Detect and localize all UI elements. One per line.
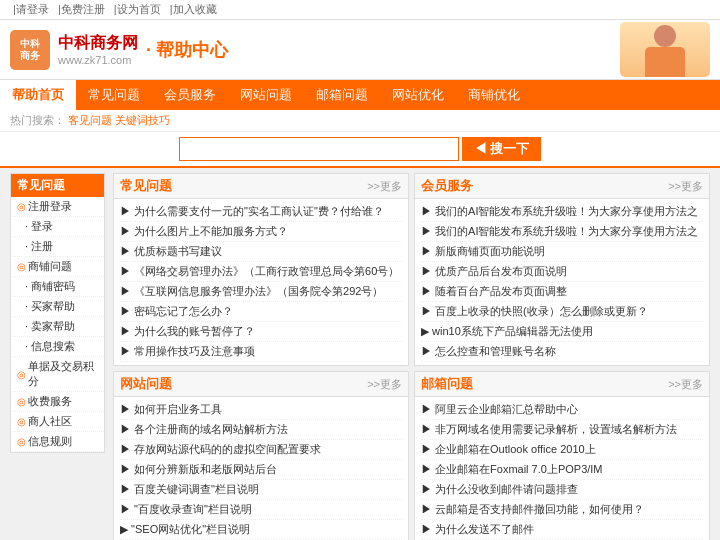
top-bar: |请登录 |免费注册 |设为首页 |加入收藏 [0, 0, 720, 20]
member-item-0: ▶ 我们的AI智能发布系统升级啦！为大家分享使用方法之 [421, 202, 703, 222]
website-item-0: ▶ 如何开启业务工具 [120, 400, 402, 420]
email-item-2: ▶ 企业邮箱在Outlook office 2010上 [421, 440, 703, 460]
faq-list: ▶ 为什么需要支付一元的"实名工商认证"费？付给谁？ ▶ 为什么图片上不能加服务… [114, 199, 408, 365]
website-item-1: ▶ 各个注册商的域名网站解析方法 [120, 420, 402, 440]
content-area: 常见问题 >>更多 ▶ 为什么需要支付一元的"实名工商认证"费？付给谁？ ▶ 为… [113, 173, 710, 540]
logo-dot-sub: · 帮助中心 [146, 38, 228, 62]
logo-area: 中科商务 中科商务网 www.zk71.com · 帮助中心 [10, 30, 228, 70]
logo-sub: 帮助中心 [156, 40, 228, 60]
sidebar-sub-buyer: · 买家帮助 [11, 297, 104, 317]
sidebar-sub-register: · 注册 [11, 237, 104, 257]
sidebar-item-shop: ◎ 商铺问题 [11, 257, 104, 277]
faq-item-1: ▶ 为什么图片上不能加服务方式？ [120, 222, 402, 242]
logo-dot: · [146, 40, 151, 60]
sidebar-item-community: ◎ 商人社区 [11, 412, 104, 432]
nav-item-email[interactable]: 邮箱问题 [304, 80, 380, 110]
sidebar-item-register: ◎ 注册登录 [11, 197, 104, 217]
email-header: 邮箱问题 >>更多 [415, 372, 709, 397]
faq-item-6: ▶ 为什么我的账号暂停了？ [120, 322, 402, 342]
top-row: 常见问题 >>更多 ▶ 为什么需要支付一元的"实名工商认证"费？付给谁？ ▶ 为… [113, 173, 710, 366]
breadcrumb-bar: 热门搜索： 客见问题 关键词技巧 [0, 110, 720, 132]
member-item-6: ▶ win10系统下产品编辑器无法使用 [421, 322, 703, 342]
search-hint-skill[interactable]: 关键词技巧 [115, 114, 170, 126]
sidebar-section-faq: 常见问题 ◎ 注册登录 · 登录 · 注册 ◎ 商铺问题 · 商铺密码 · 买家… [10, 173, 105, 453]
nav-item-help-home[interactable]: 帮助首页 [0, 80, 76, 110]
faq-title: 常见问题 [120, 177, 172, 195]
faq-item-0: ▶ 为什么需要支付一元的"实名工商认证"费？付给谁？ [120, 202, 402, 222]
website-item-6: ▶ "SEO网站优化"栏目说明 [120, 520, 402, 540]
website-block: 网站问题 >>更多 ▶ 如何开启业务工具 ▶ 各个注册商的域名网站解析方法 ▶ … [113, 371, 409, 540]
member-item-7: ▶ 怎么控查和管理账号名称 [421, 342, 703, 362]
website-more-link[interactable]: >>更多 [367, 377, 402, 392]
faq-more-link[interactable]: >>更多 [367, 179, 402, 194]
member-title: 会员服务 [421, 177, 473, 195]
faq-header: 常见问题 >>更多 [114, 174, 408, 199]
logo-icon: 中科商务 [10, 30, 50, 70]
faq-item-2: ▶ 优质标题书写建议 [120, 242, 402, 262]
website-list: ▶ 如何开启业务工具 ▶ 各个注册商的域名网站解析方法 ▶ 存放网站源代码的的虚… [114, 397, 408, 540]
email-item-3: ▶ 企业邮箱在Foxmail 7.0上POP3/IM [421, 460, 703, 480]
member-list: ▶ 我们的AI智能发布系统升级啦！为大家分享使用方法之 ▶ 我们的AI智能发布系… [415, 199, 709, 365]
faq-block: 常见问题 >>更多 ▶ 为什么需要支付一元的"实名工商认证"费？付给谁？ ▶ 为… [113, 173, 409, 366]
search-row: ◀ 搜一下 [0, 132, 720, 168]
topbar-register[interactable]: |免费注册 [58, 3, 105, 15]
main-content: 常见问题 ◎ 注册登录 · 登录 · 注册 ◎ 商铺问题 · 商铺密码 · 买家… [0, 168, 720, 540]
sidebar-item-rules: ◎ 信息规则 [11, 432, 104, 452]
sidebar-title: 常见问题 [11, 174, 104, 197]
faq-item-7: ▶ 常用操作技巧及注意事项 [120, 342, 402, 362]
email-list: ▶ 阿里云企业邮箱汇总帮助中心 ▶ 非万网域名使用需要记录解析，设置域名解析方法… [415, 397, 709, 540]
email-block: 邮箱问题 >>更多 ▶ 阿里云企业邮箱汇总帮助中心 ▶ 非万网域名使用需要记录解… [414, 371, 710, 540]
search-input[interactable] [179, 137, 459, 161]
member-item-2: ▶ 新版商铺页面功能说明 [421, 242, 703, 262]
header: 中科商务 中科商务网 www.zk71.com · 帮助中心 [0, 20, 720, 80]
faq-item-3: ▶ 《网络交易管理办法》（工商行政管理总局令第60号） [120, 262, 402, 282]
faq-item-4: ▶ 《互联网信息服务管理办法》（国务院令第292号） [120, 282, 402, 302]
website-item-2: ▶ 存放网站源代码的的虚拟空间配置要求 [120, 440, 402, 460]
mid-row: 网站问题 >>更多 ▶ 如何开启业务工具 ▶ 各个注册商的域名网站解析方法 ▶ … [113, 371, 710, 540]
logo-icon-text: 中科商务 [20, 38, 40, 62]
email-title: 邮箱问题 [421, 375, 473, 393]
member-item-1: ▶ 我们的AI智能发布系统升级啦！为大家分享使用方法之 [421, 222, 703, 242]
sidebar: 常见问题 ◎ 注册登录 · 登录 · 注册 ◎ 商铺问题 · 商铺密码 · 买家… [10, 173, 105, 540]
website-item-3: ▶ 如何分辨新版和老版网站后台 [120, 460, 402, 480]
member-item-3: ▶ 优质产品后台发布页面说明 [421, 262, 703, 282]
member-block: 会员服务 >>更多 ▶ 我们的AI智能发布系统升级啦！为大家分享使用方法之 ▶ … [414, 173, 710, 366]
breadcrumb-label: 热门搜索： [10, 114, 65, 126]
body [645, 47, 685, 77]
topbar-login[interactable]: |请登录 [13, 3, 49, 15]
member-item-5: ▶ 百度上收录的快照(收录）怎么删除或更新？ [421, 302, 703, 322]
website-title: 网站问题 [120, 375, 172, 393]
topbar-homepage[interactable]: |设为首页 [114, 3, 161, 15]
logo-url-text: www.zk71.com [58, 54, 138, 66]
website-item-5: ▶ "百度收录查询"栏目说明 [120, 500, 402, 520]
email-item-0: ▶ 阿里云企业邮箱汇总帮助中心 [421, 400, 703, 420]
nav-item-member[interactable]: 会员服务 [152, 80, 228, 110]
topbar-favorite[interactable]: |加入收藏 [170, 3, 217, 15]
email-item-5: ▶ 云邮箱是否支持邮件撤回功能，如何使用？ [421, 500, 703, 520]
search-button[interactable]: ◀ 搜一下 [462, 137, 542, 161]
person-illustration [635, 22, 695, 77]
website-item-4: ▶ 百度关键词调查"栏目说明 [120, 480, 402, 500]
nav-item-shop-opt[interactable]: 商铺优化 [456, 80, 532, 110]
search-hint-faq[interactable]: 客见问题 [68, 114, 112, 126]
logo-text-area: 中科商务网 www.zk71.com [58, 33, 138, 66]
email-item-6: ▶ 为什么发送不了邮件 [421, 520, 703, 540]
sidebar-item-trade: ◎ 单据及交易积分 [11, 357, 104, 392]
sidebar-sub-shoppasswd: · 商铺密码 [11, 277, 104, 297]
faq-item-5: ▶ 密码忘记了怎么办？ [120, 302, 402, 322]
sidebar-sub-seller: · 卖家帮助 [11, 317, 104, 337]
header-image [620, 22, 710, 77]
member-more-link[interactable]: >>更多 [668, 179, 703, 194]
member-header: 会员服务 >>更多 [415, 174, 709, 199]
sidebar-sub-login: · 登录 [11, 217, 104, 237]
nav-item-faq[interactable]: 常见问题 [76, 80, 152, 110]
sidebar-item-fee: ◎ 收费服务 [11, 392, 104, 412]
website-header: 网站问题 >>更多 [114, 372, 408, 397]
sidebar-sub-search: · 信息搜索 [11, 337, 104, 357]
head [654, 25, 676, 47]
member-item-4: ▶ 随着百台产品发布页面调整 [421, 282, 703, 302]
logo-main-text: 中科商务网 [58, 33, 138, 54]
email-more-link[interactable]: >>更多 [668, 377, 703, 392]
nav-item-website[interactable]: 网站问题 [228, 80, 304, 110]
nav-item-site-opt[interactable]: 网站优化 [380, 80, 456, 110]
